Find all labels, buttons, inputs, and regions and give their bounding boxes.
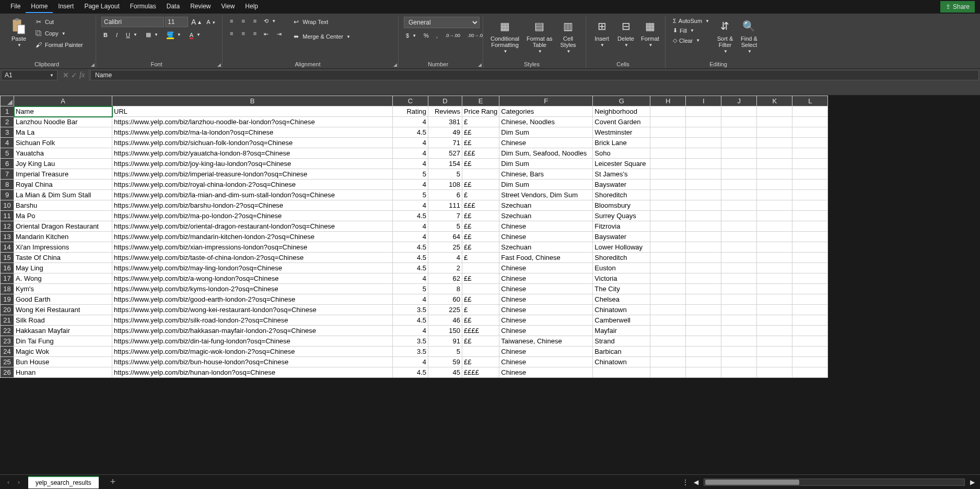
cell[interactable] xyxy=(757,148,792,159)
menu-file[interactable]: File xyxy=(5,1,26,13)
cell[interactable]: https://www.yelp.com/biz/din-tai-fung-lo… xyxy=(112,336,393,347)
cell[interactable]: Brick Lane xyxy=(593,138,650,148)
row-header[interactable]: 15 xyxy=(1,253,14,263)
cell[interactable]: Szechuan xyxy=(499,211,593,221)
cell[interactable] xyxy=(650,367,686,378)
paste-button[interactable]: Paste ▼ xyxy=(8,17,29,49)
cell[interactable]: Dim Sum xyxy=(499,180,593,190)
cell[interactable] xyxy=(757,117,792,127)
cell[interactable]: Chelsea xyxy=(593,294,650,305)
percent-button[interactable]: % xyxy=(422,31,431,40)
menu-data[interactable]: Data xyxy=(161,1,185,13)
cell[interactable]: https://www.yelp.com/biz/yauatcha-london… xyxy=(112,148,393,159)
cell[interactable]: Din Tai Fung xyxy=(14,336,112,347)
cell[interactable]: Bun House xyxy=(14,357,112,367)
cell[interactable] xyxy=(650,347,686,357)
cell[interactable] xyxy=(721,190,757,200)
cancel-formula-button[interactable]: ✕ xyxy=(63,71,69,79)
orientation-button[interactable]: ⟲▼ xyxy=(262,17,278,26)
cell[interactable] xyxy=(686,273,721,284)
cell[interactable]: 4.5 xyxy=(393,127,428,138)
column-header[interactable]: I xyxy=(686,96,721,106)
comma-button[interactable]: , xyxy=(434,31,440,40)
cell[interactable] xyxy=(757,305,792,315)
cell[interactable] xyxy=(650,242,686,253)
cell[interactable] xyxy=(757,127,792,138)
cell[interactable]: 108 xyxy=(428,180,462,190)
cell[interactable]: Ma La xyxy=(14,127,112,138)
cell[interactable]: 5 xyxy=(428,169,462,180)
cell[interactable] xyxy=(686,305,721,315)
cell[interactable]: 62 xyxy=(428,273,462,284)
cell[interactable]: 4.5 xyxy=(393,367,428,378)
cell[interactable]: https://www.yelp.com/biz/a-wong-london?o… xyxy=(112,273,393,284)
cell[interactable]: https://www.yelp.com/biz/wong-kei-restau… xyxy=(112,305,393,315)
cell[interactable]: Fast Food, Chinese xyxy=(499,253,593,263)
cell[interactable]: 60 xyxy=(428,294,462,305)
cell[interactable]: Shoreditch xyxy=(593,190,650,200)
cell[interactable]: Taiwanese, Chinese xyxy=(499,336,593,347)
share-button[interactable]: ⇪ Share xyxy=(940,1,975,13)
menu-help[interactable]: Help xyxy=(240,1,263,13)
cell[interactable] xyxy=(757,200,792,211)
cell[interactable]: ££ xyxy=(462,242,499,253)
cell[interactable] xyxy=(757,138,792,148)
cell[interactable]: Joy King Lau xyxy=(14,159,112,169)
scroll-right-button[interactable]: ▶ xyxy=(970,479,975,486)
cell[interactable] xyxy=(686,253,721,263)
cell[interactable]: Chinese, Noodles xyxy=(499,117,593,127)
align-middle-button[interactable]: ≡ xyxy=(239,17,247,25)
cell[interactable] xyxy=(686,117,721,127)
cell[interactable] xyxy=(650,180,686,190)
cell[interactable] xyxy=(792,294,828,305)
fx-icon[interactable]: fx xyxy=(79,71,85,79)
cell[interactable] xyxy=(757,273,792,284)
cell[interactable] xyxy=(686,106,721,117)
align-center-button[interactable]: ≡ xyxy=(239,29,247,38)
cell[interactable]: https://www.yelp.com/biz/royal-china-lon… xyxy=(112,180,393,190)
cell[interactable]: Name xyxy=(14,106,112,117)
cell[interactable] xyxy=(792,232,828,242)
cell[interactable]: Chinese xyxy=(499,347,593,357)
cell[interactable] xyxy=(462,347,499,357)
cell[interactable] xyxy=(686,315,721,326)
cell[interactable]: 4 xyxy=(393,326,428,336)
cell[interactable]: 4 xyxy=(393,200,428,211)
cell[interactable] xyxy=(650,357,686,367)
accept-formula-button[interactable]: ✓ xyxy=(71,71,77,79)
cell[interactable] xyxy=(757,315,792,326)
number-format-combo[interactable]: General xyxy=(404,17,480,28)
cell[interactable] xyxy=(686,357,721,367)
cell[interactable]: The City xyxy=(593,284,650,294)
align-top-button[interactable]: ≡ xyxy=(228,17,235,25)
cell[interactable]: 4.5 xyxy=(393,263,428,273)
menu-view[interactable]: View xyxy=(216,1,240,13)
cell[interactable]: Lanzhou Noodle Bar xyxy=(14,117,112,127)
cell[interactable]: Leicester Square xyxy=(593,159,650,169)
cell[interactable]: ££ xyxy=(462,138,499,148)
cell[interactable] xyxy=(757,232,792,242)
cell[interactable]: Mandarin Kitchen xyxy=(14,232,112,242)
column-header[interactable]: E xyxy=(462,96,499,106)
cell[interactable]: ££££ xyxy=(462,326,499,336)
cell[interactable] xyxy=(721,347,757,357)
row-header[interactable]: 17 xyxy=(1,273,14,284)
cell[interactable]: https://www.yelp.com/biz/la-mian-and-dim… xyxy=(112,190,393,200)
sheet-tab[interactable]: yelp_search_results xyxy=(28,476,99,488)
row-header[interactable]: 22 xyxy=(1,326,14,336)
cell[interactable] xyxy=(650,221,686,232)
copy-button[interactable]: ⿻Copy▼ xyxy=(32,28,85,39)
cell[interactable] xyxy=(721,273,757,284)
row-header[interactable]: 19 xyxy=(1,294,14,305)
cell[interactable] xyxy=(721,294,757,305)
cell[interactable] xyxy=(686,326,721,336)
cell[interactable] xyxy=(721,138,757,148)
cell[interactable]: ££ xyxy=(462,294,499,305)
cell[interactable] xyxy=(757,326,792,336)
cell[interactable]: 25 xyxy=(428,242,462,253)
font-color-button[interactable]: A▼ xyxy=(188,31,203,39)
cell[interactable]: 111 xyxy=(428,200,462,211)
row-header[interactable]: 25 xyxy=(1,357,14,367)
cell[interactable]: Price Rang xyxy=(462,106,499,117)
column-header[interactable]: A xyxy=(14,96,112,106)
